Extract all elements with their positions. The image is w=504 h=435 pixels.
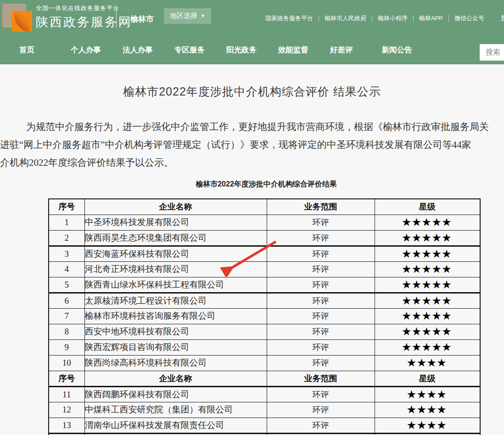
top-link[interactable]: 榆林市人民政府 [325, 14, 366, 23]
cell-no: 12 [49, 402, 84, 418]
cell-scope: 环评 [267, 293, 375, 308]
cell-no [49, 433, 84, 435]
cell-no: 11 [49, 386, 84, 402]
cell-scope: 环评 [267, 308, 375, 324]
nav-item-专区服务[interactable]: 专区服务 [174, 45, 205, 55]
cell-no: 5 [49, 277, 84, 293]
nav-item-效能监督[interactable]: 效能监督 [278, 45, 308, 55]
nav-item-个人办事[interactable]: 个人办事 [71, 45, 101, 55]
header-cell: 业务范围 [267, 371, 375, 386]
cell-no: 9 [49, 339, 84, 355]
cell-scope: 环评 [267, 230, 375, 246]
header-cell: 企业名称 [84, 371, 267, 386]
cell-stars: ★★★★★ [375, 324, 480, 339]
paragraph-line: 为规范中介服务行为，进一步强化中介监管工作，更好地提升我市营商环境，根据《榆林市… [0, 118, 504, 136]
top-header: 全国一体化在线政务服务平台 陕西政务服务网 榆林市 地区选择▼ 国家政务服务平台… [0, 0, 504, 37]
link-separator [413, 15, 414, 22]
table-row [49, 433, 480, 435]
cell-name: 河北奇正环境科技有限公司 [84, 261, 267, 277]
cell-scope: 环评 [267, 339, 375, 355]
table-row: 13渭南华山环保科技发展有限责任公司环评★★★★ [49, 418, 480, 433]
cell-scope: 环评 [267, 215, 375, 230]
cell-stars: ★★★★★ [375, 277, 480, 293]
table-row: 5陕西青山绿水环保科技工程有限公司环评★★★★★ [49, 277, 480, 293]
top-link[interactable]: 微信公众号 [454, 14, 484, 23]
cell-stars: ★★★★ [375, 386, 480, 402]
table-row: 12中煤科工西安研究院（集团）有限公司环评★★★★ [49, 402, 480, 418]
nav-item-法人办事[interactable]: 法人办事 [123, 45, 153, 55]
brand-divider [116, 9, 117, 28]
cell-name: 西安海蓝环保科技有限公司 [84, 246, 267, 261]
table-row: 10陕西尚绿高科环境科技有限公司环评★★★★ [49, 355, 480, 371]
cell-name: 榆林市环境科技咨询服务有限公司 [84, 308, 267, 324]
nav-item-阳光政务[interactable]: 阳光政务 [226, 45, 257, 55]
main-nav: 首页个人办事法人办事专区服务阳光政务效能监督好差评新闻公告 [0, 37, 504, 64]
link-separator [448, 15, 449, 22]
table-row: 4河北奇正环境科技有限公司环评★★★★★ [49, 261, 480, 277]
cell-no: 13 [49, 418, 84, 433]
cell-stars: ★★★★ [375, 402, 480, 418]
header-cell: 业务范围 [267, 199, 375, 215]
cell-name: 陕西雨昊生态环境集团有限公司 [84, 230, 267, 246]
cell-no: 6 [49, 293, 84, 308]
cell-scope: 环评 [267, 261, 375, 277]
cell-scope: 环评 [267, 324, 375, 339]
platform-label: 全国一体化在线政务服务平台 [36, 4, 132, 12]
table-row: 8西安中地环境科技有限公司环评★★★★★ [49, 324, 480, 339]
cell-stars: ★★★★★ [375, 261, 480, 277]
link-separator [319, 15, 319, 22]
table-row: 2陕西雨昊生态环境集团有限公司环评★★★★★ [49, 230, 480, 246]
paragraph-line: 进驻“网上中介服务超市”中介机构考评管理规定（试行）》要求，现将评定的中圣环境科… [0, 136, 504, 154]
cell-stars: ★★★★★ [375, 215, 480, 230]
cell-scope: 环评 [267, 418, 375, 433]
cell-name: 中圣环境科技发展有限公司 [84, 215, 267, 230]
nav-item-好差评[interactable]: 好差评 [330, 45, 353, 55]
cell-name: 中煤科工西安研究院（集团）有限公司 [84, 402, 267, 418]
cell-stars: ★★★★ [375, 418, 480, 433]
cell-name: 陕西青山绿水环保科技工程有限公司 [84, 277, 267, 293]
cell-stars: ★★★★★ [375, 230, 480, 246]
cell-stars: ★★★★ [375, 355, 480, 371]
search-input[interactable] [480, 44, 504, 61]
table-header-row: 序号企业名称业务范围星级 [49, 371, 480, 386]
header-cell: 星级 [375, 371, 480, 386]
nav-item-新闻公告[interactable]: 新闻公告 [382, 45, 412, 55]
header-cell: 序号 [49, 199, 84, 215]
site-name: 陕西政务服务网 [36, 14, 132, 30]
cell-name: 陕西阔鹏环保科技有限公司 [84, 386, 267, 402]
evaluation-table: 序号企业名称业务范围星级1中圣环境科技发展有限公司环评★★★★★2陕西雨昊生态环… [48, 198, 481, 435]
cell-name: 渭南华山环保科技发展有限责任公司 [84, 418, 267, 433]
brand-block: 全国一体化在线政务服务平台 陕西政务服务网 [36, 4, 132, 30]
table-row: 7榆林市环境科技咨询服务有限公司环评★★★★★ [49, 308, 480, 324]
table-row: 1中圣环境科技发展有限公司环评★★★★★ [49, 215, 480, 230]
cell-name: 陕西宏辉项目咨询有限公司 [84, 339, 267, 355]
cell-scope: 环评 [267, 402, 375, 418]
top-link[interactable]: 榆林APP [419, 14, 443, 23]
cell-stars: ★★★★★ [375, 246, 480, 261]
cell-scope: 环评 [267, 355, 375, 371]
table-row: 9陕西宏辉项目咨询有限公司环评★★★★★ [49, 339, 480, 355]
cell-scope [267, 433, 375, 435]
cell-stars [375, 433, 480, 435]
table-row: 3西安海蓝环保科技有限公司环评★★★★★ [49, 246, 480, 261]
header-cell: 序号 [49, 371, 84, 386]
top-link[interactable]: 国家政务服务平台 [265, 14, 313, 23]
register-link[interactable]: 注册 [501, 14, 504, 23]
cell-no: 10 [49, 355, 84, 371]
region-select-label: 地区选择 [170, 11, 197, 19]
cell-name [84, 433, 267, 435]
page: 全国一体化在线政务服务平台 陕西政务服务网 榆林市 地区选择▼ 国家政务服务平台… [0, 0, 504, 435]
table-row: 11陕西阔鹏环保科技有限公司环评★★★★ [49, 386, 480, 402]
cell-stars: ★★★★★ [375, 339, 480, 355]
table-caption: 榆林市2022年度涉批中介机构综合评价结果 [0, 180, 504, 189]
cell-name: 西安中地环境科技有限公司 [84, 324, 267, 339]
top-links: 国家政务服务平台榆林市人民政府榆林小程序榆林APP微信公众号注册 [265, 0, 504, 37]
cell-no: 8 [49, 324, 84, 339]
chevron-down-icon: ▼ [201, 13, 205, 18]
cell-no: 7 [49, 308, 84, 324]
top-link[interactable]: 榆林小程序 [378, 14, 408, 23]
table-header-row: 序号企业名称业务范围星级 [49, 199, 480, 215]
page-title: 榆林市2022年度涉批中介机构综合评价 结果公示 [0, 84, 504, 99]
region-select-button[interactable]: 地区选择▼ [164, 8, 211, 24]
nav-item-首页[interactable]: 首页 [19, 45, 34, 55]
